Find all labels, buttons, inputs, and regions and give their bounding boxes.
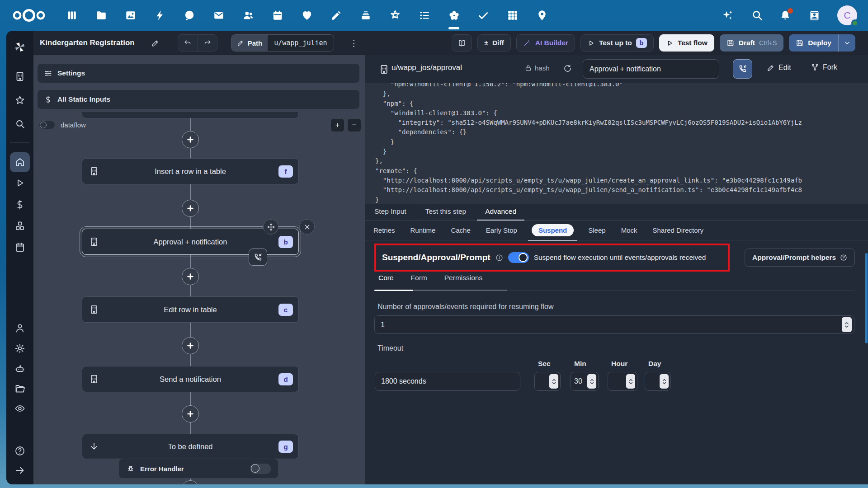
contacts-icon[interactable] (242, 0, 255, 31)
health-icon[interactable] (301, 0, 313, 31)
suspend-node-flag-icon[interactable] (249, 249, 267, 266)
flow-static-inputs-bar[interactable]: All Static Inputs (37, 89, 360, 109)
deploy-dropdown-icon[interactable] (838, 34, 855, 52)
insert-step-button[interactable] (182, 200, 199, 217)
number-stepper[interactable] (660, 374, 669, 389)
insert-step-button[interactable] (182, 337, 199, 354)
number-stepper[interactable] (549, 374, 558, 389)
fork-script-button[interactable]: Fork (811, 63, 837, 71)
sidebar-item-users[interactable] (11, 319, 29, 337)
sidebar-item-audit-logs[interactable] (11, 399, 29, 418)
activity-icon[interactable] (154, 0, 166, 31)
lockfile-code-viewer[interactable]: "npm:windmill-client@^1.158.2": "npm:win… (365, 83, 868, 204)
tab-test-this-step[interactable]: Test this step (425, 207, 466, 220)
approval-prompt-helpers-button[interactable]: Approval/Prompt helpers (745, 249, 855, 267)
flow-settings-bar[interactable]: Settings (37, 63, 360, 83)
ai-builder-button[interactable]: AI Builder (516, 34, 575, 52)
suspend-toggle[interactable] (508, 252, 529, 263)
more-options-icon[interactable]: ⋮ (348, 35, 360, 51)
sidebar-item-resources[interactable] (11, 217, 29, 235)
flow-node-edit-row[interactable]: Edit row in table c (82, 296, 299, 323)
hash-chip[interactable]: hash (524, 64, 550, 72)
tab-form[interactable]: Form (411, 274, 427, 290)
suspend-flag-button[interactable] (733, 59, 752, 79)
edit-title-icon[interactable] (151, 39, 160, 47)
test-up-to-button[interactable]: Test up to b (580, 34, 654, 52)
calendar-icon[interactable] (271, 0, 284, 31)
zoom-in-button[interactable]: + (330, 118, 344, 132)
windmill-logo-icon[interactable] (11, 38, 29, 56)
docs-book-button[interactable] (452, 34, 472, 52)
test-flow-button[interactable]: Test flow (659, 34, 714, 52)
search-icon[interactable] (750, 9, 763, 22)
error-handler-toggle[interactable] (250, 464, 271, 474)
sidebar-item-apps[interactable] (11, 67, 29, 85)
delete-node-icon[interactable] (299, 219, 315, 235)
deploy-button[interactable]: Deploy (789, 34, 838, 52)
flow-input-node-clipped[interactable] (82, 112, 299, 118)
contacts-menu-icon[interactable] (808, 9, 821, 22)
subtab-retries[interactable]: Retries (373, 224, 396, 236)
edit-script-button[interactable]: Edit (767, 64, 791, 72)
avatar[interactable]: C (837, 5, 857, 25)
number-stepper[interactable] (842, 317, 852, 332)
tab-step-input[interactable]: Step Input (374, 207, 406, 220)
tasks-icon[interactable] (418, 0, 431, 31)
assistant-sparkles-icon[interactable] (722, 9, 734, 22)
zoom-out-button[interactable]: − (347, 118, 361, 132)
tab-permissions[interactable]: Permissions (444, 274, 482, 290)
dashboard-icon[interactable] (66, 0, 78, 31)
timeout-input[interactable] (375, 372, 520, 391)
hour-input[interactable] (608, 372, 623, 390)
info-icon[interactable] (495, 254, 503, 262)
sidebar-item-folders[interactable] (11, 380, 29, 398)
day-input[interactable] (645, 372, 660, 390)
sidebar-item-settings[interactable] (11, 339, 29, 357)
error-handler-bar[interactable]: Error Handler (118, 459, 278, 479)
sidebar-item-favorites[interactable] (11, 91, 29, 109)
undo-button[interactable] (178, 35, 198, 51)
tab-advanced[interactable]: Advanced (485, 207, 516, 220)
sec-input[interactable] (535, 372, 549, 390)
photos-icon[interactable] (124, 0, 137, 31)
insert-step-button[interactable] (182, 131, 199, 148)
redo-button[interactable] (198, 35, 217, 51)
step-summary-input[interactable] (583, 59, 719, 79)
sidebar-item-schedules[interactable] (11, 238, 29, 256)
scrollbar-thumb[interactable] (865, 253, 868, 343)
checks-icon[interactable] (477, 0, 490, 31)
talk-icon[interactable] (183, 0, 196, 31)
tables-icon[interactable] (506, 0, 519, 31)
windmill-forms-icon[interactable] (448, 0, 460, 31)
diff-button[interactable]: ± Diff (477, 34, 510, 52)
files-icon[interactable] (95, 0, 108, 31)
sidebar-item-search[interactable] (11, 115, 29, 133)
subtab-sleep[interactable]: Sleep (587, 224, 606, 236)
insert-step-button[interactable] (182, 268, 199, 285)
subtab-suspend[interactable]: Suspend (532, 224, 574, 236)
sidebar-item-help[interactable] (11, 442, 29, 460)
maps-icon[interactable] (536, 0, 548, 31)
subtab-shared-directory[interactable]: Shared Directory (652, 224, 705, 236)
tab-core[interactable]: Core (378, 274, 394, 290)
subtab-cache[interactable]: Cache (450, 224, 471, 236)
number-stepper[interactable] (626, 374, 635, 389)
collectives-icon[interactable] (389, 0, 401, 31)
approvals-count-input[interactable] (374, 315, 854, 334)
sidebar-item-workers[interactable] (11, 360, 29, 378)
flow-node-to-be-defined[interactable]: To be defined g (82, 434, 299, 459)
sidebar-expand-icon[interactable] (11, 461, 29, 479)
min-input[interactable] (571, 372, 585, 390)
nextcloud-logo-icon[interactable] (10, 8, 48, 24)
refresh-icon[interactable] (563, 64, 572, 73)
subtab-runtime[interactable]: Runtime (410, 224, 437, 236)
notifications-bell-icon[interactable] (779, 9, 792, 22)
move-node-icon[interactable] (263, 219, 278, 235)
number-stepper[interactable] (587, 374, 596, 389)
mail-icon[interactable] (212, 0, 225, 31)
sidebar-item-home[interactable] (10, 152, 30, 172)
flow-node-insert-row[interactable]: Insert a row in a table f (82, 158, 299, 184)
sidebar-item-runs[interactable] (11, 174, 29, 192)
flow-node-send-notification[interactable]: Send a notification d (82, 366, 299, 392)
subtab-early-stop[interactable]: Early Stop (485, 224, 518, 236)
